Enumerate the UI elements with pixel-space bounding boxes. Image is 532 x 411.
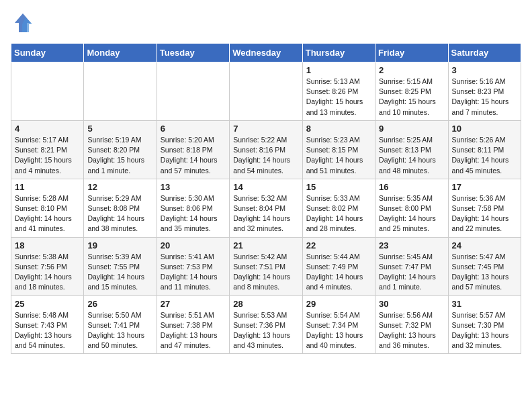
- calendar-week-row: 11Sunrise: 5:28 AM Sunset: 8:10 PM Dayli…: [11, 179, 521, 237]
- day-number: 11: [15, 182, 80, 192]
- day-number: 20: [161, 240, 226, 250]
- day-info: Sunrise: 5:22 AM Sunset: 8:16 PM Dayligh…: [233, 135, 298, 176]
- day-info: Sunrise: 5:26 AM Sunset: 8:11 PM Dayligh…: [452, 135, 517, 176]
- calendar-cell: 19Sunrise: 5:39 AM Sunset: 7:55 PM Dayli…: [84, 237, 157, 295]
- calendar-cell: 13Sunrise: 5:30 AM Sunset: 8:06 PM Dayli…: [157, 179, 229, 237]
- day-info: Sunrise: 5:53 AM Sunset: 7:36 PM Dayligh…: [233, 310, 298, 351]
- calendar-cell: [11, 62, 84, 121]
- calendar-cell: 25Sunrise: 5:48 AM Sunset: 7:43 PM Dayli…: [11, 295, 84, 354]
- calendar-cell: 10Sunrise: 5:26 AM Sunset: 8:11 PM Dayli…: [448, 120, 521, 179]
- calendar: SundayMondayTuesdayWednesdayThursdayFrid…: [11, 43, 521, 354]
- day-number: 17: [452, 182, 517, 192]
- calendar-cell: 5Sunrise: 5:19 AM Sunset: 8:20 PM Daylig…: [84, 120, 157, 179]
- day-info: Sunrise: 5:42 AM Sunset: 7:51 PM Dayligh…: [233, 252, 298, 293]
- logo: [11, 11, 38, 35]
- calendar-cell: 8Sunrise: 5:23 AM Sunset: 8:15 PM Daylig…: [302, 120, 375, 179]
- day-number: 12: [87, 182, 152, 192]
- day-info: Sunrise: 5:30 AM Sunset: 8:06 PM Dayligh…: [161, 193, 226, 234]
- day-number: 23: [379, 240, 444, 250]
- day-number: 16: [379, 182, 444, 192]
- day-number: 15: [306, 182, 371, 192]
- day-info: Sunrise: 5:51 AM Sunset: 7:38 PM Dayligh…: [161, 310, 226, 351]
- calendar-cell: 14Sunrise: 5:32 AM Sunset: 8:04 PM Dayli…: [230, 179, 302, 237]
- day-info: Sunrise: 5:47 AM Sunset: 7:45 PM Dayligh…: [452, 252, 517, 293]
- calendar-week-row: 25Sunrise: 5:48 AM Sunset: 7:43 PM Dayli…: [11, 295, 521, 354]
- day-info: Sunrise: 5:39 AM Sunset: 7:55 PM Dayligh…: [87, 252, 152, 293]
- day-info: Sunrise: 5:41 AM Sunset: 7:53 PM Dayligh…: [161, 252, 226, 293]
- calendar-cell: [157, 62, 229, 121]
- day-info: Sunrise: 5:54 AM Sunset: 7:34 PM Dayligh…: [306, 310, 371, 351]
- day-number: 25: [15, 299, 80, 309]
- calendar-cell: 30Sunrise: 5:56 AM Sunset: 7:32 PM Dayli…: [375, 295, 448, 354]
- day-info: Sunrise: 5:20 AM Sunset: 8:18 PM Dayligh…: [161, 135, 226, 176]
- day-info: Sunrise: 5:13 AM Sunset: 8:26 PM Dayligh…: [306, 77, 371, 118]
- day-info: Sunrise: 5:28 AM Sunset: 8:10 PM Dayligh…: [15, 193, 80, 234]
- calendar-week-row: 4Sunrise: 5:17 AM Sunset: 8:21 PM Daylig…: [11, 120, 521, 179]
- day-of-week-header: Wednesday: [230, 44, 302, 62]
- calendar-cell: 24Sunrise: 5:47 AM Sunset: 7:45 PM Dayli…: [448, 237, 521, 295]
- day-number: 30: [379, 299, 444, 309]
- day-number: 14: [233, 182, 298, 192]
- day-number: 10: [452, 124, 517, 134]
- day-info: Sunrise: 5:38 AM Sunset: 7:56 PM Dayligh…: [15, 252, 80, 293]
- calendar-cell: 2Sunrise: 5:15 AM Sunset: 8:25 PM Daylig…: [375, 62, 448, 121]
- day-info: Sunrise: 5:25 AM Sunset: 8:13 PM Dayligh…: [379, 135, 444, 176]
- day-number: 1: [306, 65, 371, 75]
- day-info: Sunrise: 5:36 AM Sunset: 7:58 PM Dayligh…: [452, 193, 517, 234]
- day-number: 5: [87, 124, 152, 134]
- calendar-cell: 11Sunrise: 5:28 AM Sunset: 8:10 PM Dayli…: [11, 179, 84, 237]
- calendar-cell: 3Sunrise: 5:16 AM Sunset: 8:23 PM Daylig…: [448, 62, 521, 121]
- day-number: 2: [379, 65, 444, 75]
- calendar-cell: 15Sunrise: 5:33 AM Sunset: 8:02 PM Dayli…: [302, 179, 375, 237]
- day-info: Sunrise: 5:44 AM Sunset: 7:49 PM Dayligh…: [306, 252, 371, 293]
- calendar-cell: 31Sunrise: 5:57 AM Sunset: 7:30 PM Dayli…: [448, 295, 521, 354]
- calendar-cell: 26Sunrise: 5:50 AM Sunset: 7:41 PM Dayli…: [84, 295, 157, 354]
- day-number: 18: [15, 240, 80, 250]
- day-info: Sunrise: 5:48 AM Sunset: 7:43 PM Dayligh…: [15, 310, 80, 351]
- calendar-cell: 12Sunrise: 5:29 AM Sunset: 8:08 PM Dayli…: [84, 179, 157, 237]
- day-of-week-header: Saturday: [448, 44, 521, 62]
- day-number: 27: [161, 299, 226, 309]
- calendar-cell: 29Sunrise: 5:54 AM Sunset: 7:34 PM Dayli…: [302, 295, 375, 354]
- day-info: Sunrise: 5:50 AM Sunset: 7:41 PM Dayligh…: [87, 310, 152, 351]
- page-header: [11, 11, 521, 35]
- day-info: Sunrise: 5:33 AM Sunset: 8:02 PM Dayligh…: [306, 193, 371, 234]
- day-number: 7: [233, 124, 298, 134]
- calendar-cell: 23Sunrise: 5:45 AM Sunset: 7:47 PM Dayli…: [375, 237, 448, 295]
- day-info: Sunrise: 5:19 AM Sunset: 8:20 PM Dayligh…: [87, 135, 152, 176]
- day-number: 22: [306, 240, 371, 250]
- day-info: Sunrise: 5:15 AM Sunset: 8:25 PM Dayligh…: [379, 77, 444, 118]
- day-number: 24: [452, 240, 517, 250]
- day-number: 31: [452, 299, 517, 309]
- day-number: 8: [306, 124, 371, 134]
- day-info: Sunrise: 5:17 AM Sunset: 8:21 PM Dayligh…: [15, 135, 80, 176]
- day-number: 28: [233, 299, 298, 309]
- calendar-week-row: 1Sunrise: 5:13 AM Sunset: 8:26 PM Daylig…: [11, 62, 521, 121]
- logo-icon: [11, 11, 35, 35]
- day-of-week-header: Monday: [84, 44, 157, 62]
- calendar-cell: 22Sunrise: 5:44 AM Sunset: 7:49 PM Dayli…: [302, 237, 375, 295]
- calendar-cell: 1Sunrise: 5:13 AM Sunset: 8:26 PM Daylig…: [302, 62, 375, 121]
- day-number: 6: [161, 124, 226, 134]
- day-of-week-header: Tuesday: [157, 44, 229, 62]
- day-number: 3: [452, 65, 517, 75]
- calendar-cell: 9Sunrise: 5:25 AM Sunset: 8:13 PM Daylig…: [375, 120, 448, 179]
- day-info: Sunrise: 5:56 AM Sunset: 7:32 PM Dayligh…: [379, 310, 444, 351]
- calendar-cell: 16Sunrise: 5:35 AM Sunset: 8:00 PM Dayli…: [375, 179, 448, 237]
- day-info: Sunrise: 5:32 AM Sunset: 8:04 PM Dayligh…: [233, 193, 298, 234]
- calendar-cell: [230, 62, 302, 121]
- calendar-cell: 18Sunrise: 5:38 AM Sunset: 7:56 PM Dayli…: [11, 237, 84, 295]
- day-info: Sunrise: 5:45 AM Sunset: 7:47 PM Dayligh…: [379, 252, 444, 293]
- day-info: Sunrise: 5:16 AM Sunset: 8:23 PM Dayligh…: [452, 77, 517, 118]
- calendar-cell: 21Sunrise: 5:42 AM Sunset: 7:51 PM Dayli…: [230, 237, 302, 295]
- calendar-header-row: SundayMondayTuesdayWednesdayThursdayFrid…: [11, 44, 521, 62]
- calendar-cell: 4Sunrise: 5:17 AM Sunset: 8:21 PM Daylig…: [11, 120, 84, 179]
- day-of-week-header: Thursday: [302, 44, 375, 62]
- day-number: 19: [87, 240, 152, 250]
- day-number: 13: [161, 182, 226, 192]
- day-info: Sunrise: 5:29 AM Sunset: 8:08 PM Dayligh…: [87, 193, 152, 234]
- day-number: 29: [306, 299, 371, 309]
- calendar-cell: 28Sunrise: 5:53 AM Sunset: 7:36 PM Dayli…: [230, 295, 302, 354]
- day-number: 21: [233, 240, 298, 250]
- calendar-week-row: 18Sunrise: 5:38 AM Sunset: 7:56 PM Dayli…: [11, 237, 521, 295]
